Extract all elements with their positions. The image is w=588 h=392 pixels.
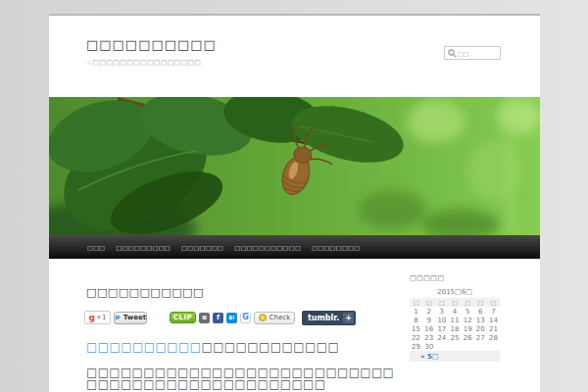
calendar-day: 21 xyxy=(487,324,500,333)
clip-button[interactable]: CLIP xyxy=(170,312,196,323)
facebook-icon[interactable]: f xyxy=(213,313,223,323)
calendar-day: 19 xyxy=(462,324,474,333)
calendar-day: 30 xyxy=(422,342,435,351)
weekday: □ xyxy=(487,298,500,307)
calendar-day: 6 xyxy=(474,307,487,316)
entry-title: □□□□□□□□□□□ xyxy=(86,286,204,299)
social-share-bar: g +1 Tweet CLIP e f B! G Check tumblr. + xyxy=(84,310,356,325)
nav-item-2[interactable]: □□□□□□□□□ xyxy=(117,244,172,251)
calendar-week-row: 29 30 xyxy=(410,342,500,351)
lead-rest-text: □□□□□□□□□□□□ xyxy=(201,340,339,354)
tweet-button[interactable]: Tweet xyxy=(114,312,147,324)
google-plus-count: +1 xyxy=(96,315,106,321)
search-box xyxy=(444,46,501,60)
calendar-day: 23 xyxy=(422,333,435,342)
mixi-check-button[interactable]: Check xyxy=(254,312,295,324)
calendar-day: 27 xyxy=(474,333,487,342)
tumblr-plus-icon: + xyxy=(343,313,354,323)
calendar-footer-row: « 5□ xyxy=(410,351,500,362)
weekday: □ xyxy=(435,298,448,307)
weekday: □ xyxy=(422,298,435,307)
browser-viewport: { "header": { "site_title": "□□□□□□□□□□"… xyxy=(0,0,588,392)
calendar-day: 14 xyxy=(487,316,500,324)
calendar-day: 1 xyxy=(410,307,422,316)
calendar-day: 10 xyxy=(435,316,448,324)
search-input[interactable] xyxy=(458,48,499,58)
calendar-day: 25 xyxy=(448,333,461,342)
calendar-day: 5 xyxy=(462,307,474,316)
hatena-bookmark-icon[interactable]: B! xyxy=(226,313,237,323)
check-label: Check xyxy=(270,314,291,321)
evernote-icon[interactable]: e xyxy=(199,313,210,323)
site-tagline: ☆□□□□□□□□□□□□□□□□ xyxy=(86,59,201,67)
tumblr-share-button[interactable]: tumblr. + xyxy=(302,311,356,325)
nav-item-5[interactable]: □□□□□□□□ xyxy=(312,244,360,251)
sidebar: □□□□□ 2015□6□ □ □ □ □ □ □ □ 1 2 3 xyxy=(410,274,504,362)
calendar-week-row: 22 23 24 25 26 27 28 xyxy=(410,333,500,342)
calendar-day: 26 xyxy=(462,333,474,342)
site-title[interactable]: □□□□□□□□□□ xyxy=(86,37,217,52)
lead-link[interactable]: □□□□□□□□□□ xyxy=(86,340,201,354)
calendar-day: 17 xyxy=(435,324,448,333)
calendar-caption: 2015□6□ xyxy=(410,288,500,296)
calendar-day: 4 xyxy=(448,307,461,316)
calendar-day xyxy=(435,342,448,351)
calendar-day: 2 xyxy=(422,307,435,316)
twitter-bird-icon xyxy=(115,314,122,321)
weekday: □ xyxy=(462,298,474,307)
calendar-day: 15 xyxy=(410,324,422,333)
content-wrapper: □□□□□□□□□□ ☆□□□□□□□□□□□□□□□□ xyxy=(49,14,540,392)
calendar-weekday-row: □ □ □ □ □ □ □ xyxy=(410,298,500,307)
body-paragraph-line2: □□□□□□□□□□□□□□□□□□□□□ xyxy=(86,379,394,391)
calendar-day: 8 xyxy=(410,316,422,324)
weekday: □ xyxy=(410,298,422,307)
calendar-day: 16 xyxy=(422,324,435,333)
calendar-day: 22 xyxy=(410,333,422,342)
google-plus-one-button[interactable]: g +1 xyxy=(84,311,111,324)
nav-item-3[interactable]: □□□□□□□ xyxy=(181,244,223,251)
calendar-day: 7 xyxy=(487,307,500,316)
google-plus-g: g xyxy=(89,314,95,322)
body-paragraph: □□□□□□□□□□□□□□□□□□□□□□□□□□□ □□□□□□□□□□□□… xyxy=(86,368,394,390)
calendar-table: □ □ □ □ □ □ □ 1 2 3 4 5 6 7 xyxy=(410,298,500,362)
main-navigation: □□□ □□□□□□□□□ □□□□□□□ □□□□□□□□□□□ □□□□□□… xyxy=(49,235,540,259)
calendar-day: 11 xyxy=(448,316,461,324)
weekday: □ xyxy=(448,298,461,307)
calendar-day xyxy=(462,342,474,351)
magnifier-icon xyxy=(448,49,457,58)
google-bookmark-icon[interactable]: G xyxy=(240,313,251,323)
header-photo-cicada-exuvia xyxy=(49,97,540,235)
calendar-prev-month-link[interactable]: « 5□ xyxy=(420,353,438,361)
nav-item-4[interactable]: □□□□□□□□□□□ xyxy=(234,244,301,251)
calendar-day: 9 xyxy=(422,316,435,324)
calendar-day: 13 xyxy=(474,316,487,324)
calendar-day: 12 xyxy=(462,316,474,324)
calendar-day: 18 xyxy=(448,324,461,333)
calendar-day: 24 xyxy=(435,333,448,342)
lead-line: □□□□□□□□□□□□□□□□□□□□□□ xyxy=(86,340,339,354)
calendar-week-row: 8 9 10 11 12 13 14 xyxy=(410,316,500,324)
calendar-widget-title: □□□□□ xyxy=(410,274,504,282)
calendar-day xyxy=(474,342,487,351)
clip-label: CLIP xyxy=(173,314,192,321)
calendar-day xyxy=(448,342,461,351)
weekday: □ xyxy=(474,298,487,307)
calendar-week-row: 15 16 17 18 19 20 21 xyxy=(410,324,500,333)
calendar-day xyxy=(487,342,500,351)
calendar-day: 29 xyxy=(410,342,422,351)
calendar-day: 28 xyxy=(487,333,500,342)
nav-item-home[interactable]: □□□ xyxy=(87,244,106,251)
calendar-day: 3 xyxy=(435,307,448,316)
calendar-week-row: 1 2 3 4 5 6 7 xyxy=(410,307,500,316)
tweet-label: Tweet xyxy=(123,314,146,321)
tumblr-label: tumblr. xyxy=(308,314,339,322)
check-coin-icon xyxy=(259,314,267,321)
calendar-day: 20 xyxy=(474,324,487,333)
